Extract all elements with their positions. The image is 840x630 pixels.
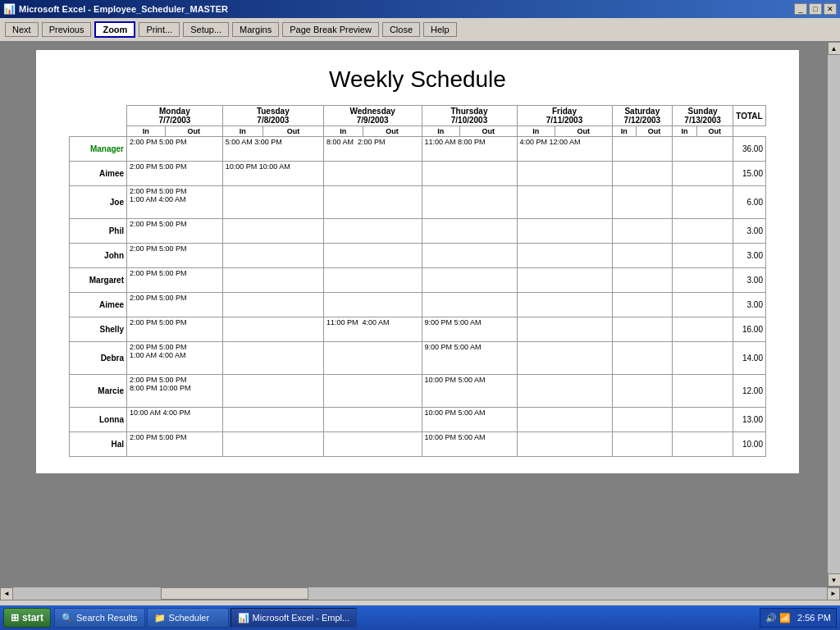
cell-tuesday <box>222 342 323 375</box>
print-button[interactable]: Print... <box>139 22 180 37</box>
cell-monday: 2:00 PM 5:00 PM <box>127 317 223 342</box>
cell-wednesday <box>323 293 422 317</box>
cell-tuesday <box>222 293 323 317</box>
help-button[interactable]: Help <box>423 22 457 37</box>
cell-sunday <box>673 219 733 244</box>
total-cell: 16.00 <box>733 317 766 342</box>
monday-header: Monday 7/7/2003 <box>127 106 223 126</box>
cell-monday: 2:00 PM 5:00 PM 8:00 PM 10:00 PM <box>127 375 223 408</box>
total-cell: 3.00 <box>733 219 766 244</box>
table-row: Hal2:00 PM 5:00 PM10:00 PM 5:00 AM10.00 <box>70 432 766 457</box>
table-row: Shelly2:00 PM 5:00 PM11:00 PM 4:00 AM9:0… <box>70 317 766 342</box>
cell-tuesday <box>222 375 323 408</box>
cell-wednesday <box>323 162 422 186</box>
cell-saturday <box>612 268 673 293</box>
tuesday-header: Tuesday 7/8/2003 <box>222 106 323 126</box>
cell-saturday <box>612 375 673 408</box>
windows-logo: ⊞ <box>11 612 19 623</box>
page-title: Weekly Schedule <box>69 66 766 93</box>
scroll-left-button[interactable]: ◄ <box>0 587 13 600</box>
total-cell: 12.00 <box>733 375 766 408</box>
employee-name: Phil <box>70 219 127 244</box>
cell-tuesday: 10:00 PM 10:00 AM <box>222 162 323 186</box>
next-button[interactable]: Next <box>5 22 39 37</box>
cell-friday <box>517 408 612 432</box>
cell-wednesday: 11:00 PM 4:00 AM <box>323 317 422 342</box>
cell-tuesday <box>222 186 323 219</box>
cell-tuesday <box>222 268 323 293</box>
minimize-button[interactable]: _ <box>794 3 807 15</box>
taskbar-item-excel[interactable]: 📊 Microsoft Excel - Empl... <box>231 608 358 628</box>
cell-thursday: 10:00 PM 5:00 AM <box>422 432 517 457</box>
table-row: Joe2:00 PM 5:00 PM 1:00 AM 4:00 AM6.00 <box>70 186 766 219</box>
cell-thursday: 11:00 AM 8:00 PM <box>422 137 517 162</box>
total-cell: 14.00 <box>733 342 766 375</box>
total-cell: 36.00 <box>733 137 766 162</box>
cell-friday <box>517 162 612 186</box>
cell-monday: 2:00 PM 5:00 PM 1:00 AM 4:00 AM <box>127 342 223 375</box>
cell-saturday <box>612 162 673 186</box>
cell-tuesday <box>222 244 323 268</box>
taskbar-clock: 🔊 📶 2:56 PM <box>760 608 837 628</box>
margins-button[interactable]: Margins <box>232 22 279 37</box>
close-button[interactable]: ✕ <box>824 3 837 15</box>
cell-friday <box>517 186 612 219</box>
cell-tuesday: 5:00 AM 3:00 PM <box>222 137 323 162</box>
folder-icon: 📁 <box>154 613 166 623</box>
taskbar-item-scheduler[interactable]: 📁 Scheduler <box>147 608 229 628</box>
horizontal-scrollbar[interactable]: ◄ ► <box>0 587 840 600</box>
table-row: Aimee2:00 PM 5:00 PM3.00 <box>70 293 766 317</box>
setup-button[interactable]: Setup... <box>183 22 229 37</box>
maximize-button[interactable]: □ <box>809 3 822 15</box>
page-break-preview-button[interactable]: Page Break Preview <box>282 22 379 37</box>
cell-thursday: 10:00 PM 5:00 AM <box>422 408 517 432</box>
cell-thursday <box>422 162 517 186</box>
previous-button[interactable]: Previous <box>42 22 92 37</box>
search-label: Search Results <box>76 613 138 623</box>
table-row: Aimee2:00 PM 5:00 PM10:00 PM 10:00 AM15.… <box>70 162 766 186</box>
window-controls: _ □ ✕ <box>794 3 837 15</box>
scroll-up-button[interactable]: ▲ <box>828 42 841 55</box>
cell-monday: 2:00 PM 5:00 PM 1:00 AM 4:00 AM <box>127 186 223 219</box>
scroll-down-button[interactable]: ▼ <box>828 573 841 587</box>
vertical-scrollbar[interactable]: ▲ ▼ <box>827 42 840 587</box>
employee-name: Shelly <box>70 317 127 342</box>
cell-wednesday <box>323 186 422 219</box>
cell-wednesday <box>323 342 422 375</box>
cell-sunday <box>673 375 733 408</box>
search-icon: 🔍 <box>62 613 73 623</box>
cell-friday <box>517 375 612 408</box>
schedule-table: Monday 7/7/2003 Tuesday 7/8/2003 Wednesd… <box>69 105 766 457</box>
cell-sunday <box>673 317 733 342</box>
employee-name: Debra <box>70 342 127 375</box>
hscroll-track[interactable] <box>13 587 827 600</box>
scroll-track[interactable] <box>828 55 840 573</box>
cell-sunday <box>673 293 733 317</box>
table-row: Marcie2:00 PM 5:00 PM 8:00 PM 10:00 PM10… <box>70 375 766 408</box>
cell-monday: 2:00 PM 5:00 PM <box>127 268 223 293</box>
employee-name: Joe <box>70 186 127 219</box>
cell-sunday <box>673 408 733 432</box>
table-row: Phil2:00 PM 5:00 PM3.00 <box>70 219 766 244</box>
total-cell: 15.00 <box>733 162 766 186</box>
scroll-right-button[interactable]: ► <box>827 587 840 600</box>
taskbar: ⊞ start 🔍 Search Results 📁 Scheduler 📊 M… <box>0 605 840 630</box>
hscroll-thumb[interactable] <box>161 587 308 600</box>
employee-name: John <box>70 244 127 268</box>
cell-thursday: 10:00 PM 5:00 AM <box>422 375 517 408</box>
start-button[interactable]: ⊞ start <box>3 608 51 628</box>
cell-saturday <box>612 244 673 268</box>
cell-tuesday <box>222 408 323 432</box>
main-area: Weekly Schedule Monday 7/7/2003 Tuesday … <box>0 42 840 587</box>
zoom-button[interactable]: Zoom <box>94 21 135 38</box>
close-preview-button[interactable]: Close <box>382 22 420 37</box>
taskbar-item-search[interactable]: 🔍 Search Results <box>54 608 145 628</box>
table-row: Debra2:00 PM 5:00 PM 1:00 AM 4:00 AM9:00… <box>70 342 766 375</box>
cell-saturday <box>612 186 673 219</box>
page: Weekly Schedule Monday 7/7/2003 Tuesday … <box>36 50 799 473</box>
sunday-header: Sunday 7/13/2003 <box>673 106 733 126</box>
cell-friday <box>517 268 612 293</box>
cell-saturday <box>612 408 673 432</box>
employee-name: Margaret <box>70 268 127 293</box>
wednesday-header: Wednesday 7/9/2003 <box>323 106 422 126</box>
